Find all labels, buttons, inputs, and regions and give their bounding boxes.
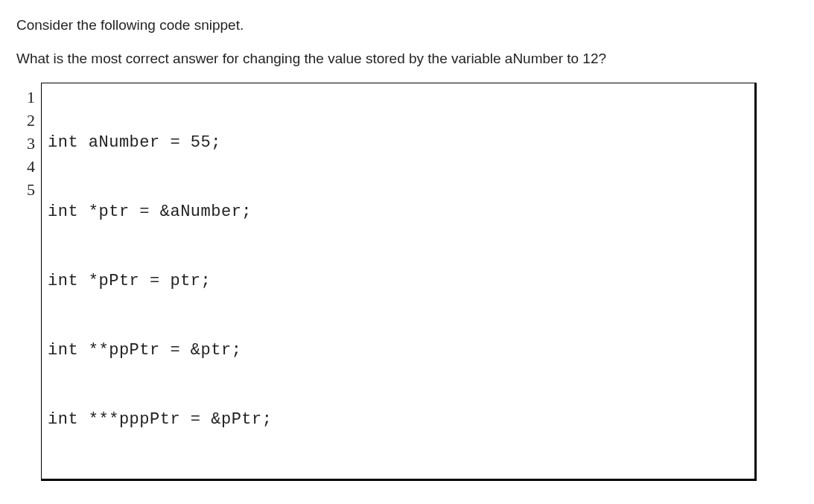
line-number: 1 xyxy=(27,86,35,109)
question-line-2: What is the most correct answer for chan… xyxy=(16,48,798,70)
code-snippet: 1 2 3 4 5 int aNumber = 55; int *ptr = &… xyxy=(27,83,757,481)
line-number: 5 xyxy=(27,178,35,201)
code-line: int **ppPtr = &ptr; xyxy=(48,339,747,362)
code-line: int aNumber = 55; xyxy=(48,131,747,154)
question-line-1: Consider the following code snippet. xyxy=(16,15,798,36)
question-stem: Consider the following code snippet. Wha… xyxy=(16,15,798,69)
code-line: int ***pppPtr = &pPtr; xyxy=(48,408,747,431)
line-number: 2 xyxy=(27,109,35,132)
code-box: int aNumber = 55; int *ptr = &aNumber; i… xyxy=(41,83,757,481)
line-number: 4 xyxy=(27,155,35,178)
code-line: int *pPtr = ptr; xyxy=(48,269,747,293)
line-number-gutter: 1 2 3 4 5 xyxy=(27,83,41,481)
code-line: int *ptr = &aNumber; xyxy=(48,200,747,223)
line-number: 3 xyxy=(27,132,35,155)
